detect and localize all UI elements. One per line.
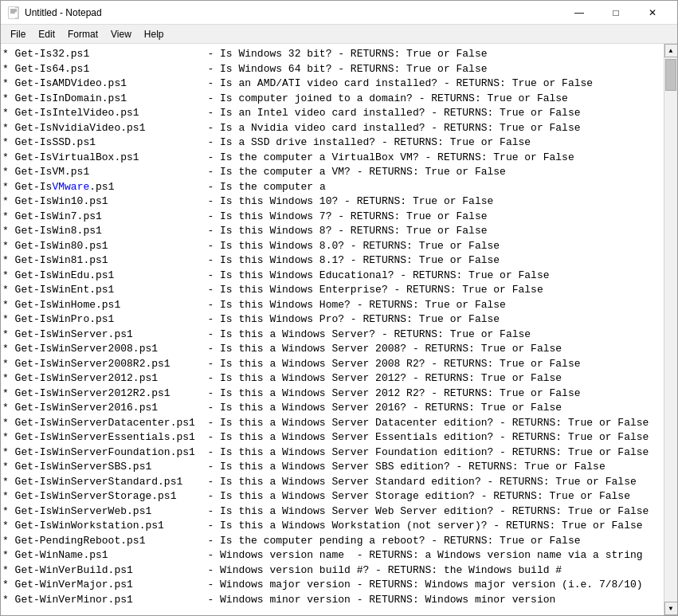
line-6: * Get-IsNvidiaVideo.ps1 - Is a Nvidia vi… [2,121,662,136]
editor-area: * Get-Is32.ps1 - Is Windows 32 bit? - RE… [1,44,677,615]
line-16: * Get-IsWinEdu.ps1 - Is this Windows Edu… [2,269,662,284]
line-23: * Get-IsWinServer2012.ps1 - Is this a Wi… [2,371,662,386]
line-37: * Get-WinVerMajor.ps1 - Windows major ve… [2,578,662,593]
window-title: Untitled - Notepad [25,7,561,18]
line-18: * Get-IsWinHome.ps1 - Is this Windows Ho… [2,298,662,313]
menu-item-view[interactable]: View [104,25,138,43]
line-26: * Get-IsWinServerDatacenter.ps1 - Is thi… [2,416,662,431]
line-2: * Get-Is64.ps1 - Is Windows 64 bit? - RE… [2,62,662,77]
line-24: * Get-IsWinServer2012R2.ps1 - Is this a … [2,386,662,402]
scrollbar-vertical[interactable]: ▲ ▼ [664,44,677,615]
menu-item-help[interactable]: Help [138,25,170,43]
line-1: * Get-Is32.ps1 - Is Windows 32 bit? - RE… [2,47,662,62]
line-25: * Get-IsWinServer2016.ps1 - Is this a Wi… [2,401,662,416]
minimize-button[interactable]: — [561,1,598,25]
line-21: * Get-IsWinServer2008.ps1 - Is this a Wi… [2,342,662,357]
line-3: * Get-IsAMDVideo.ps1 - Is an AMD/ATI vid… [2,77,662,92]
line-34: * Get-PendingReboot.ps1 - Is the compute… [2,534,662,549]
maximize-button[interactable]: □ [598,1,634,25]
window: Untitled - Notepad — □ ✕ FileEditFormatV… [0,0,678,616]
title-bar-controls: — □ ✕ [561,1,671,25]
close-button[interactable]: ✕ [634,1,671,25]
app-icon [7,6,20,19]
scroll-thumb[interactable] [665,59,676,91]
menu-bar: FileEditFormatViewHelp [1,25,677,44]
scroll-up-button[interactable]: ▲ [664,44,678,57]
line-10: * Get-IsVMware.ps1 - Is the computer a [2,180,662,195]
line-31: * Get-IsWinServerStorage.ps1 - Is this a… [2,489,662,504]
menu-item-edit[interactable]: Edit [32,25,61,43]
line-11: * Get-IsWin10.ps1 - Is this Windows 10? … [2,194,662,210]
line-9: * Get-IsVM.ps1 - Is the computer a VM? -… [2,165,662,180]
menu-item-format[interactable]: Format [61,25,104,43]
menu-item-file[interactable]: File [4,25,32,43]
line-32: * Get-IsWinServerWeb.ps1 - Is this a Win… [2,504,662,520]
line-12: * Get-IsWin7.ps1 - Is this Windows 7? - … [2,210,662,225]
text-editor[interactable]: * Get-Is32.ps1 - Is Windows 32 bit? - RE… [1,44,664,615]
line-8: * Get-IsVirtualBox.ps1 - Is the computer… [2,151,662,166]
line-4: * Get-IsInDomain.ps1 - Is computer joine… [2,92,662,107]
line-15: * Get-IsWin81.ps1 - Is this Windows 8.1?… [2,253,662,269]
line-5: * Get-IsIntelVideo.ps1 - Is an Intel vid… [2,106,662,121]
line-27: * Get-IsWinServerEssentials.ps1 - Is thi… [2,430,662,445]
scroll-track[interactable] [664,57,677,602]
line-33: * Get-IsWinWorkstation.ps1 - Is this a W… [2,519,662,534]
line-13: * Get-IsWin8.ps1 - Is this Windows 8? - … [2,224,662,239]
line-38: * Get-WinVerMinor.ps1 - Windows minor ve… [2,593,662,608]
line-28: * Get-IsWinServerFoundation.ps1 - Is thi… [2,445,662,461]
line-17: * Get-IsWinEnt.ps1 - Is this Windows Ent… [2,283,662,298]
line-14: * Get-IsWin80.ps1 - Is this Windows 8.0?… [2,239,662,254]
line-20: * Get-IsWinServer.ps1 - Is this a Window… [2,328,662,343]
line-30: * Get-IsWinServerStandard.ps1 - Is this … [2,475,662,490]
scroll-down-button[interactable]: ▼ [664,602,678,615]
line-36: * Get-WinVerBuild.ps1 - Windows version … [2,563,662,579]
line-29: * Get-IsWinServerSBS.ps1 - Is this a Win… [2,460,662,475]
line-35: * Get-WinName.ps1 - Windows version name… [2,548,662,563]
line-7: * Get-IsSSD.ps1 - Is a SSD drive install… [2,135,662,151]
title-bar: Untitled - Notepad — □ ✕ [1,1,677,25]
line-22: * Get-IsWinServer2008R2.ps1 - Is this a … [2,357,662,372]
line-19: * Get-IsWinPro.ps1 - Is this Windows Pro… [2,312,662,328]
